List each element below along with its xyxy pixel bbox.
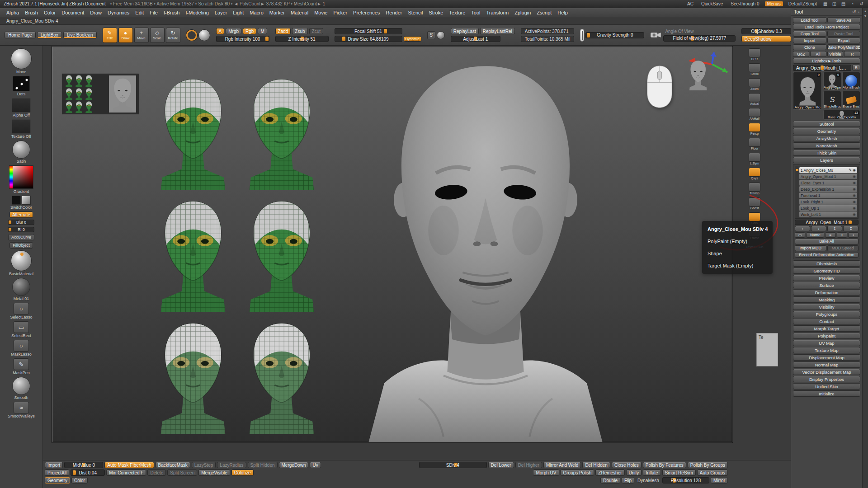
layer-eye-icon[interactable]: ◉: [853, 181, 856, 185]
menu-preferences[interactable]: Preferences: [350, 9, 382, 16]
rgb-button[interactable]: Rgb: [243, 28, 256, 34]
split-hidden-button[interactable]: Split Hidden: [248, 462, 278, 468]
menu-brush[interactable]: Brush: [22, 9, 41, 16]
lazyradius-button[interactable]: LazyRadius: [217, 462, 246, 468]
shelf-floor[interactable]: Floor: [749, 138, 760, 150]
panels-icon[interactable]: ◫: [831, 1, 837, 6]
rf-0-slider[interactable]: Rf 0: [8, 227, 34, 232]
section-preview[interactable]: Preview: [793, 275, 860, 281]
layer-tool-0[interactable]: ▭: [795, 232, 805, 238]
layer-eye-icon[interactable]: ◉: [853, 174, 856, 178]
scale-button[interactable]: ◇Scale: [150, 28, 165, 43]
menu-macro[interactable]: Macro: [247, 9, 266, 16]
layer-eye-icon[interactable]: ◉: [853, 212, 856, 216]
shelf-aahalf[interactable]: AAHalf: [749, 108, 760, 120]
menu-file[interactable]: File: [147, 9, 160, 16]
menu-color[interactable]: Color: [41, 9, 58, 16]
see-through-0-button[interactable]: See-through 0: [728, 1, 761, 6]
fillobject-button[interactable]: FillObject: [9, 242, 33, 249]
geometry-button[interactable]: Geometry: [45, 477, 70, 483]
alternate-button[interactable]: Alternate: [9, 211, 33, 218]
groups-polish-button[interactable]: Groups Polish: [561, 469, 594, 476]
basicmaterial-sphere[interactable]: [11, 250, 32, 271]
layer-eye-icon[interactable]: ◉: [853, 168, 856, 172]
angry-open-mo-thumbnail[interactable]: 9Angry_Open_Mo: [823, 72, 841, 90]
layer-tool-2[interactable]: ≡: [825, 232, 835, 238]
blur-0-slider[interactable]: Blur 0: [8, 220, 34, 225]
section-arraymesh[interactable]: ArrayMesh: [793, 135, 860, 141]
mrgb-button[interactable]: Mrgb: [226, 28, 241, 34]
quicksave-button[interactable]: QuickSave: [699, 1, 725, 6]
shelf-actual[interactable]: Actual: [749, 93, 760, 105]
timer-icon[interactable]: ◔: [849, 1, 855, 6]
replaylast-button[interactable]: ReplayLast: [451, 28, 479, 34]
grid-icon[interactable]: ▦: [822, 1, 828, 6]
color-swatches[interactable]: [12, 196, 31, 205]
active-tool-slider[interactable]: Angry_Open_Mouth_Low. 50: [793, 65, 851, 71]
section-geometry[interactable]: Geometry: [793, 128, 860, 134]
save-as-button[interactable]: Save As: [827, 17, 861, 23]
brush-sphere-icon[interactable]: [198, 29, 210, 41]
record-deformation-button[interactable]: Record Deformation Animation: [795, 252, 859, 258]
color-picker[interactable]: [9, 165, 33, 189]
section-unified-skin[interactable]: Unified Skin: [793, 383, 860, 389]
goz-button[interactable]: GoZ: [793, 51, 809, 57]
menu-zplugin[interactable]: Zplugin: [512, 9, 533, 16]
panel-history-icon[interactable]: ↺: [852, 9, 856, 14]
adjust-last-slider[interactable]: AdjustLast 1: [451, 36, 500, 42]
menu-zscript[interactable]: Zscript: [534, 9, 554, 16]
zcut-button[interactable]: Zcut: [309, 28, 323, 34]
section-visibility[interactable]: Visibility: [793, 304, 860, 310]
menu-dynamics[interactable]: Dynamics: [105, 9, 132, 16]
paste-tool-button[interactable]: Paste Tool: [827, 31, 861, 37]
fov-slider[interactable]: Field of view(deg) 27.5977: [663, 35, 736, 42]
dist-0-04-slider[interactable]: Dist 0.04: [71, 469, 105, 476]
alphabrush-thumbnail[interactable]: AlphaBrush: [842, 72, 860, 90]
canvas[interactable]: BPRScrollZoomActualAAHalfPerspFloorL.Sym…: [43, 46, 791, 460]
zsub-button[interactable]: Zsub: [292, 28, 307, 34]
auto-groups-button[interactable]: Auto Groups: [697, 469, 728, 476]
menu-edit[interactable]: Edit: [132, 9, 146, 16]
history-icon[interactable]: ↺: [859, 1, 864, 6]
menu-document[interactable]: Document: [59, 9, 87, 16]
defaultzscript-button[interactable]: DefaultZScript: [786, 1, 819, 6]
texture-off-swatch[interactable]: [12, 119, 31, 134]
layer-look-up-1[interactable]: Look_Up 1◉: [799, 205, 857, 211]
menu-stroke[interactable]: Stroke: [426, 9, 446, 16]
clone-button[interactable]: Clone: [793, 44, 826, 50]
zremesher-button[interactable]: ZRemesher: [595, 469, 624, 476]
popup-item-angry-close-mou-sdiv-4[interactable]: Angry_Close_Mou SDiv 4: [708, 226, 767, 232]
menu-material[interactable]: Material: [288, 9, 311, 16]
maskpen-icon[interactable]: ✎: [14, 358, 29, 370]
stroke-curve-icon[interactable]: S: [427, 31, 435, 39]
section-normal-map[interactable]: Normal Map: [793, 361, 860, 368]
z-intensity-slider[interactable]: Z Intensity 51: [275, 36, 329, 42]
section-contact[interactable]: Contact: [793, 318, 860, 324]
layer-arrow-0[interactable]: ↑: [795, 226, 810, 231]
menu-help[interactable]: Help: [555, 9, 571, 16]
shelf-persp[interactable]: Persp: [749, 123, 760, 135]
colorize-button[interactable]: Colorize: [231, 469, 254, 476]
expression-variant-2[interactable]: [240, 71, 324, 192]
section-morph-target[interactable]: Morph Target: [793, 325, 860, 332]
mirror-and-weld-button[interactable]: Mirror And Weld: [543, 462, 581, 468]
shelf-l-sym[interactable]: L.Sym: [749, 153, 760, 165]
menu-layer[interactable]: Layer: [212, 9, 230, 16]
rgb-intensity-slider[interactable]: Rgb Intensity 100: [216, 36, 269, 42]
main-color-swatch[interactable]: [12, 196, 21, 205]
m-button[interactable]: M: [258, 28, 267, 34]
load-tool-button[interactable]: Load Tool: [793, 17, 826, 23]
layer-angry-open-mout-1[interactable]: Angry_Open_Mout 1◉: [799, 174, 857, 179]
polish-by-groups-button[interactable]: Polish By Groups: [688, 462, 728, 468]
layer-eye-icon[interactable]: ◉: [853, 200, 856, 204]
polish-by-features-button[interactable]: Polish By Features: [643, 462, 686, 468]
section-initialize[interactable]: Initialize: [793, 390, 860, 397]
ac-button[interactable]: AC: [685, 1, 696, 6]
smoothvalleys-icon[interactable]: ≈: [14, 402, 29, 413]
min-connected-f-button[interactable]: Min Connected F: [106, 469, 146, 476]
menu-tool[interactable]: Tool: [468, 9, 483, 16]
menu-marker[interactable]: Marker: [267, 9, 288, 16]
palette-icon[interactable]: ▤: [840, 1, 846, 6]
menu-render[interactable]: Render: [383, 9, 405, 16]
bake-all-button[interactable]: Bake All: [795, 239, 859, 244]
